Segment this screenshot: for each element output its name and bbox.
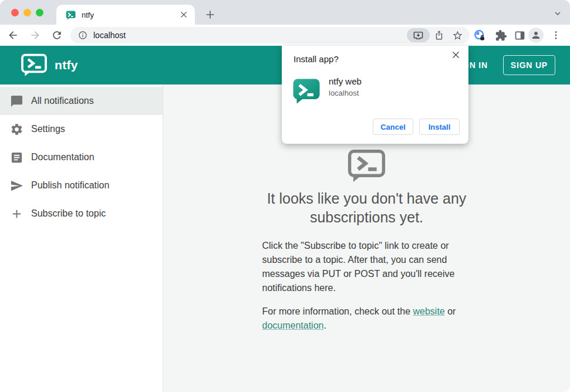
sidebar-item-subscribe-to-topic[interactable]: Subscribe to topic: [0, 200, 163, 228]
sidebar-item-label: All notifications: [31, 96, 94, 106]
sidebar-item-label: Documentation: [31, 152, 95, 163]
website-link[interactable]: website: [413, 306, 445, 316]
article-icon: [10, 151, 23, 164]
ntfy-logo-gray-icon: [348, 149, 386, 183]
sidebar-item-publish-notification[interactable]: Publish notification: [0, 171, 163, 200]
extensions-puzzle-icon[interactable]: [495, 29, 507, 42]
browser-window: ntfy localhost: [0, 0, 570, 392]
dialog-close-icon[interactable]: [451, 50, 461, 60]
sidebar-item-all-notifications[interactable]: All notifications: [0, 87, 163, 115]
gear-icon: [10, 123, 23, 136]
dialog-app-name: ntfy web: [329, 76, 362, 86]
install-button[interactable]: Install: [419, 119, 460, 135]
sign-up-button[interactable]: SIGN UP: [503, 55, 555, 75]
tab-close-icon[interactable]: [178, 9, 189, 20]
profile-icon: [531, 30, 541, 40]
minimize-window-button[interactable]: [23, 9, 31, 16]
sidebar-item-label: Subscribe to topic: [31, 208, 106, 219]
more-info-suffix: .: [323, 320, 326, 330]
more-info-middle: or: [445, 306, 456, 316]
sidebar: All notifications Settings Documentation…: [0, 85, 163, 392]
more-info-paragraph: For more information, check out the webs…: [262, 305, 471, 333]
tab-title: ntfy: [82, 11, 178, 19]
install-app-dialog: Install app? ntfy web localhost Cancel I…: [282, 46, 468, 144]
sidebar-item-settings[interactable]: Settings: [0, 115, 163, 143]
tab-strip: ntfy: [0, 0, 570, 25]
dialog-title: Install app?: [294, 54, 339, 64]
back-button[interactable]: [7, 29, 19, 41]
dialog-app-origin: localhost: [329, 89, 359, 97]
tab-search-chevron-icon[interactable]: [553, 9, 562, 18]
browser-toolbar: localhost: [0, 25, 570, 46]
app-title: ntfy: [55, 58, 78, 72]
ntfy-app-icon: [292, 76, 321, 104]
ntfy-favicon-icon: [66, 10, 76, 20]
documentation-link[interactable]: documentation: [262, 320, 324, 330]
install-app-button[interactable]: [407, 28, 430, 42]
more-info-prefix: For more information, check out the: [262, 306, 413, 316]
reload-button[interactable]: [51, 29, 63, 41]
plus-icon: [10, 207, 23, 221]
cancel-button[interactable]: Cancel: [373, 119, 413, 135]
close-window-button[interactable]: [11, 9, 19, 16]
sidebar-item-label: Settings: [31, 124, 65, 134]
bookmark-star-icon[interactable]: [452, 30, 463, 41]
empty-state-body: Click the "Subscribe to topic" link to c…: [262, 239, 471, 295]
empty-state-title: It looks like you don't have any subscri…: [241, 189, 493, 227]
url-text[interactable]: localhost: [93, 31, 407, 40]
share-icon[interactable]: [434, 30, 444, 40]
new-tab-button[interactable]: [204, 8, 217, 21]
chat-icon: [10, 94, 23, 108]
ntfy-logo-icon: [19, 53, 49, 77]
install-page-icon: [413, 31, 423, 40]
zoom-window-button[interactable]: [36, 9, 43, 16]
sidebar-item-documentation[interactable]: Documentation: [0, 143, 163, 171]
forward-button[interactable]: [29, 29, 41, 41]
side-panel-icon[interactable]: [514, 29, 526, 42]
send-icon: [10, 179, 23, 192]
site-info-icon[interactable]: [78, 31, 87, 40]
extension-lock-icon[interactable]: [474, 29, 486, 42]
browser-tab[interactable]: ntfy: [56, 5, 195, 25]
sidebar-item-label: Publish notification: [31, 180, 109, 191]
window-controls: [11, 9, 43, 16]
address-bar[interactable]: localhost: [70, 27, 470, 43]
browser-menu-button[interactable]: [551, 29, 561, 41]
profile-button[interactable]: [528, 28, 544, 43]
